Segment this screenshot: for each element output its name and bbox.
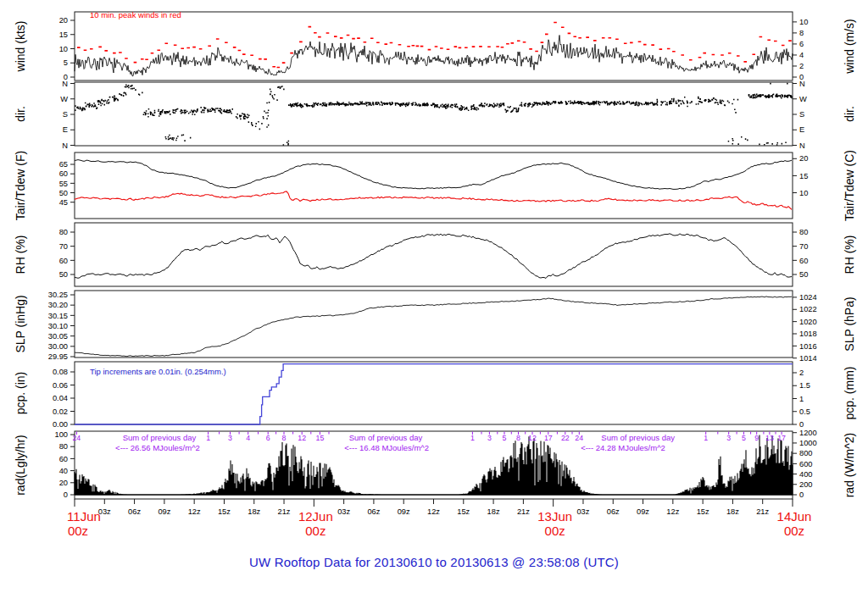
panel-dir: NWSENNWSENdir.dir. bbox=[14, 80, 856, 150]
day-sub-label: 00z bbox=[784, 524, 804, 538]
axis-label-left-wind: wind (kts) bbox=[14, 21, 27, 73]
left-tick-label: 30.05 bbox=[48, 332, 68, 341]
axis-label-left-pcp: pcp. (in) bbox=[14, 372, 27, 415]
right-tick-label: 200 bbox=[799, 480, 813, 489]
left-tick-label: E bbox=[63, 125, 68, 134]
axis-label-left-temp: Tair/Tdew (F) bbox=[14, 151, 27, 220]
left-tick-label: 60 bbox=[59, 169, 68, 178]
left-tick-label: 40 bbox=[59, 467, 68, 475]
right-tick-label: 1200 bbox=[799, 429, 817, 437]
right-tick-label: 8 bbox=[799, 29, 804, 37]
left-tick-label: S bbox=[63, 110, 68, 119]
right-tick-label: 0 bbox=[799, 490, 804, 499]
left-tick-label: N bbox=[62, 80, 68, 88]
hour-label: 15z bbox=[697, 507, 709, 516]
right-tick-label: 80 bbox=[799, 228, 808, 236]
right-tick-label: 600 bbox=[799, 460, 813, 468]
hour-label: 12z bbox=[666, 507, 679, 516]
right-tick-label: 50 bbox=[799, 270, 808, 279]
panel-temp: 4550556065101520Tair/Tdew (F)Tair/Tdew (… bbox=[14, 150, 856, 221]
hour-label: 21z bbox=[517, 507, 530, 516]
right-tick-label: 0 bbox=[799, 420, 804, 429]
left-tick-label: 5 bbox=[64, 58, 68, 67]
panel-frame-rh bbox=[75, 223, 793, 286]
right-tick-label: 20 bbox=[799, 154, 808, 163]
left-tick-label: 0.08 bbox=[53, 368, 68, 376]
left-tick-label: 20 bbox=[59, 16, 68, 25]
rad-mjoule-marker: 3 bbox=[487, 434, 492, 442]
day-sub-label: 00z bbox=[305, 524, 326, 538]
axis-label-right-wind: wind (m/s) bbox=[843, 19, 856, 75]
right-tick-label: 0.5 bbox=[799, 407, 810, 416]
rad-mjoule-marker: 6 bbox=[266, 434, 270, 442]
right-tick-label: S bbox=[799, 110, 804, 119]
right-tick-label: 2 bbox=[799, 369, 804, 377]
panel-frame-temp bbox=[75, 152, 793, 219]
hour-label: 03z bbox=[98, 507, 111, 516]
right-tick-label: 10 bbox=[799, 189, 808, 197]
left-tick-label: 45 bbox=[59, 198, 68, 207]
right-tick-label: 60 bbox=[799, 257, 808, 265]
rad-mjoule-marker: 1 bbox=[206, 434, 210, 442]
rad-mjoule-marker: 12 bbox=[528, 434, 537, 442]
hour-label: 03z bbox=[576, 507, 589, 516]
rad-sum-value-2: <--- 16.48 MJoules/m^2 bbox=[344, 443, 429, 452]
hour-label: 12z bbox=[188, 507, 201, 516]
left-tick-label: N bbox=[62, 141, 68, 150]
rad-sum-value-1: <--- 26.56 MJoules/m^2 bbox=[115, 443, 200, 452]
rad-mjoule-marker: 12 bbox=[298, 434, 306, 442]
rad-mjoule-marker: 17 bbox=[544, 434, 553, 442]
right-tick-label: 800 bbox=[799, 449, 813, 457]
rad-mjoule-marker: 4 bbox=[246, 434, 250, 442]
right-tick-label: 6 bbox=[799, 40, 804, 48]
day-sub-label: 00z bbox=[68, 524, 88, 538]
day-label: 13Jun bbox=[537, 509, 572, 524]
left-tick-label: 50 bbox=[59, 270, 68, 279]
left-tick-label: 0.04 bbox=[53, 394, 68, 402]
right-tick-label: 1014 bbox=[799, 354, 817, 363]
axis-label-right-rh: RH (%) bbox=[843, 236, 856, 274]
left-tick-label: 15 bbox=[59, 30, 68, 39]
axis-label-left-rad: rad(Lgly/hr) bbox=[14, 435, 27, 496]
rad-mjoule-marker: 3 bbox=[726, 434, 731, 442]
right-tick-label: W bbox=[799, 95, 807, 103]
hour-label: 09z bbox=[398, 507, 410, 516]
right-tick-label: 1.5 bbox=[799, 381, 810, 390]
rad-mjoule-marker: 9 bbox=[754, 434, 759, 442]
left-tick-label: 55 bbox=[59, 180, 68, 188]
chart-title: UW Rooftop Data for 20130610 to 20130613… bbox=[0, 555, 868, 569]
hour-label: 06z bbox=[367, 507, 380, 516]
hour-label: 03z bbox=[337, 507, 350, 516]
right-tick-label: 1020 bbox=[799, 318, 817, 326]
axis-label-left-rh: RH (%) bbox=[14, 236, 27, 274]
hour-label: 09z bbox=[158, 507, 170, 516]
left-tick-label: 0.02 bbox=[53, 407, 68, 416]
rad-mjoule-marker: 22 bbox=[561, 434, 570, 442]
day-label: 14Jun bbox=[777, 509, 812, 524]
hour-label: 18z bbox=[487, 507, 500, 516]
hour-label: 15z bbox=[218, 507, 231, 516]
rad-mjoule-marker: 24 bbox=[575, 434, 583, 442]
rad-mjoule-marker: 5 bbox=[742, 434, 746, 442]
left-tick-label: W bbox=[60, 95, 68, 103]
wind-peaks-note: 10 min. peak winds in red bbox=[90, 10, 181, 19]
left-tick-label: 100 bbox=[54, 430, 68, 439]
left-tick-label: 10 bbox=[59, 45, 68, 53]
panel-slp: 29.9530.0030.0530.1030.1530.2030.2510141… bbox=[14, 291, 856, 363]
rad-mjoule-marker: 1 bbox=[470, 434, 475, 442]
left-tick-label: 30.25 bbox=[48, 291, 68, 299]
axis-label-right-pcp: pcp. (mm) bbox=[843, 367, 856, 420]
rad-sum-value-3: <--- 24.28 MJoules/m^2 bbox=[581, 443, 665, 452]
axis-label-left-dir: dir. bbox=[14, 106, 27, 122]
meteogram-page: 051015200246810wind (kts)wind (m/s)NWSEN… bbox=[0, 0, 868, 593]
axis-label-left-slp: SLP (inHg) bbox=[14, 295, 27, 352]
meteogram-svg: 051015200246810wind (kts)wind (m/s)NWSEN… bbox=[0, 0, 868, 593]
rad-mjoule-marker: 1 bbox=[704, 434, 708, 442]
axis-label-right-slp: SLP (hPa) bbox=[843, 296, 856, 351]
right-tick-label: 15 bbox=[799, 172, 808, 180]
rad-mjoule-marker: 3 bbox=[228, 434, 232, 442]
right-tick-label: 1022 bbox=[799, 305, 817, 313]
right-tick-label: 1 bbox=[799, 395, 804, 403]
hour-label: 06z bbox=[607, 507, 620, 516]
left-tick-label: 29.95 bbox=[48, 352, 68, 361]
